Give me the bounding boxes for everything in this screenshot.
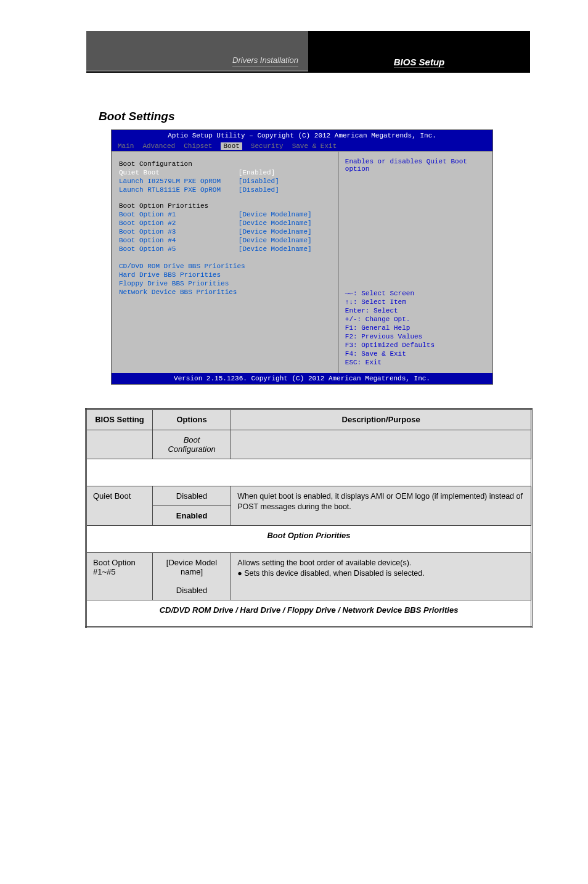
header-right: BIOS Setup (308, 31, 530, 72)
cell-desc: When quiet boot is enabled, it displays … (231, 486, 532, 526)
cell-desc: Allows setting the boot order of availab… (231, 553, 532, 600)
bios-row[interactable]: Boot Option #5[Device Modelname] (119, 245, 331, 253)
bios-row[interactable]: Boot Option #2[Device Modelname] (119, 219, 331, 227)
th-empty (231, 430, 532, 459)
table-section-row: CD/DVD ROM Drive / Hard Drive / Floppy D… (86, 600, 532, 628)
section-empty (86, 459, 532, 486)
bios-tab-boot[interactable]: Boot (221, 142, 242, 150)
bios-value: [Disabled] (239, 178, 331, 185)
bios-label: Hard Drive BBS Priorities (119, 271, 331, 279)
bios-help-keys: →←: Select Screen ↑↓: Select Item Enter:… (345, 289, 435, 367)
bios-help-text: Enables or disables Quiet Boot option (345, 158, 486, 173)
header-right-text: BIOS Setup (394, 57, 445, 68)
bios-row[interactable]: Boot Option #1[Device Modelname] (119, 211, 331, 218)
bios-value: [Device Modelname] (239, 211, 331, 218)
bios-title: Aptio Setup Utility – Copyright (C) 2012… (112, 130, 492, 141)
page-header: Drivers Installation BIOS Setup (86, 31, 530, 73)
bios-tab-security[interactable]: Security (251, 142, 284, 150)
bios-tab-save-exit[interactable]: Save & Exit (292, 142, 337, 150)
bios-tab-chipset[interactable]: Chipset (184, 142, 212, 150)
section-title: Boot Settings (99, 110, 563, 123)
header-left-text: Drivers Installation (232, 55, 298, 67)
section-label: CD/DVD ROM Drive / Hard Drive / Floppy D… (86, 600, 532, 628)
bios-screenshot: Aptio Setup Utility – Copyright (C) 2012… (111, 129, 493, 385)
bios-label: Floppy Drive BBS Priorities (119, 280, 331, 287)
cell-setting: Quiet Boot (86, 486, 153, 526)
bios-group-heading: Boot Option Priorities (119, 202, 331, 210)
bios-value: [Device Modelname] (239, 245, 331, 253)
option-value-default: Enabled (153, 506, 231, 525)
bios-value: [Device Modelname] (239, 228, 331, 235)
bios-tab-main[interactable]: Main (118, 142, 134, 150)
table-section-row: Boot Option Priorities (86, 526, 532, 553)
bios-value: [Disabled] (239, 186, 331, 194)
bios-label: CD/DVD ROM Drive BBS Priorities (119, 263, 331, 270)
settings-table: BIOS Setting Options Description/Purpose… (85, 408, 533, 628)
bios-key-hint: +/-: Change Opt. (345, 315, 435, 324)
th-sub-options: Boot Configuration (152, 430, 231, 459)
bios-label: Boot Option #1 (119, 211, 239, 218)
cell-options: [Device Model name] Disabled (152, 553, 231, 600)
bios-row[interactable]: CD/DVD ROM Drive BBS Priorities (119, 263, 331, 270)
bios-row[interactable]: Floppy Drive BBS Priorities (119, 280, 331, 287)
bios-key-hint: F3: Optimized Defaults (345, 341, 435, 350)
bios-row[interactable]: Quiet Boot[Enabled] (119, 169, 331, 176)
bios-key-hint: ESC: Exit (345, 358, 435, 367)
th-empty (86, 430, 153, 459)
bios-left-pane: Boot Configuration Quiet Boot[Enabled] L… (112, 152, 339, 373)
bios-label: Network Device BBS Priorities (119, 289, 331, 296)
bios-value: [Device Modelname] (239, 219, 331, 227)
bios-key-hint: ↑↓: Select Item (345, 298, 435, 306)
th-desc: Description/Purpose (231, 409, 532, 430)
bios-group-heading: Boot Configuration (119, 160, 331, 168)
bios-key-hint: →←: Select Screen (345, 289, 435, 298)
bios-row[interactable]: Boot Option #4[Device Modelname] (119, 237, 331, 244)
bios-key-hint: F2: Previous Values (345, 332, 435, 341)
table-section-row (86, 459, 532, 486)
table-row: Boot Option #1~#5 [Device Model name] Di… (86, 553, 532, 600)
bios-row[interactable]: Boot Option #3[Device Modelname] (119, 228, 331, 235)
bios-label: Launch I82579LM PXE OpROM (119, 178, 239, 185)
bios-row[interactable]: Network Device BBS Priorities (119, 289, 331, 296)
bios-row[interactable]: Launch RTL8111E PXE OpROM[Disabled] (119, 186, 331, 194)
header-left: Drivers Installation (86, 31, 308, 72)
bios-right-pane: Enables or disables Quiet Boot option →←… (339, 152, 492, 373)
bios-key-hint: Enter: Select (345, 306, 435, 315)
bios-label: Boot Option #2 (119, 219, 239, 227)
bios-row[interactable]: Hard Drive BBS Priorities (119, 271, 331, 279)
bios-footer: Version 2.15.1236. Copyright (C) 2012 Am… (112, 373, 492, 384)
section-label: Boot Option Priorities (86, 526, 532, 553)
th-options: Options (152, 409, 231, 430)
bios-row[interactable]: Launch I82579LM PXE OpROM[Disabled] (119, 178, 331, 185)
bios-label: Launch RTL8111E PXE OpROM (119, 186, 239, 194)
bios-label: Boot Option #5 (119, 245, 239, 253)
table-header-row: BIOS Setting Options Description/Purpose (86, 409, 532, 430)
option-value: Disabled (153, 486, 231, 506)
cell-setting: Boot Option #1~#5 (86, 553, 153, 600)
bios-label: Boot Option #3 (119, 228, 239, 235)
cell-options: Disabled Enabled (152, 486, 231, 526)
bios-tabs: Main Advanced Chipset Boot Security Save… (112, 141, 492, 151)
th-setting: BIOS Setting (86, 409, 153, 430)
bios-key-hint: F1: General Help (345, 324, 435, 332)
bios-label: Quiet Boot (119, 169, 239, 176)
bios-label: Boot Option #4 (119, 237, 239, 244)
table-subheader-row: Boot Configuration (86, 430, 532, 459)
bios-key-hint: F4: Save & Exit (345, 350, 435, 358)
table-row: Quiet Boot Disabled Enabled When quiet b… (86, 486, 532, 526)
bios-tab-advanced[interactable]: Advanced (142, 142, 175, 150)
bios-value: [Device Modelname] (239, 237, 331, 244)
bios-value: [Enabled] (239, 169, 331, 176)
